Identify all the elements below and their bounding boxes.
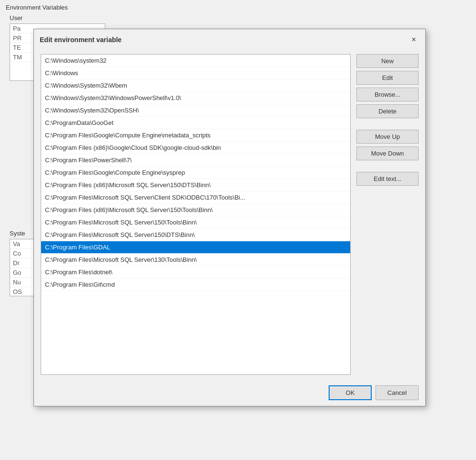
delete-button[interactable]: Delete <box>356 104 419 118</box>
cancel-button[interactable]: Cancel <box>376 385 419 400</box>
path-item[interactable]: C:\Windows\System32\Wbem <box>41 79 350 92</box>
path-item[interactable]: C:\Windows\system32 <box>41 55 350 67</box>
env-variables-title: Environment Variables <box>0 0 476 15</box>
path-item[interactable]: C:\Program Files (x86)\Microsoft SQL Ser… <box>41 204 350 216</box>
path-item[interactable]: C:\Program Files\Microsoft SQL Server\15… <box>41 216 350 229</box>
button-panel: New Edit Browse... Delete Move Up Move D… <box>356 54 419 375</box>
path-item[interactable]: C:\Program Files\Git\cmd <box>41 279 350 291</box>
path-item[interactable]: C:\Program Files\GDAL <box>41 241 350 254</box>
path-item[interactable]: C:\Windows <box>41 67 350 79</box>
path-item[interactable]: C:\Program Files\Microsoft SQL Server\15… <box>41 229 350 241</box>
ok-button[interactable]: OK <box>329 385 372 400</box>
modal-title: Edit environment variable <box>40 36 122 44</box>
path-item[interactable]: C:\Program Files\PowerShell\7\ <box>41 154 350 167</box>
modal-body: C:\Windows\system32C:\WindowsC:\Windows\… <box>34 49 425 381</box>
path-item[interactable]: C:\Program Files\Microsoft SQL Server\13… <box>41 254 350 266</box>
path-item[interactable]: C:\Program Files\Google\Compute Engine\s… <box>41 167 350 179</box>
path-item[interactable]: C:\Program Files (x86)\Google\Cloud SDK\… <box>41 142 350 154</box>
path-item[interactable]: C:\Program Files\Microsoft SQL Server\Cl… <box>41 191 350 204</box>
path-item[interactable]: C:\ProgramData\GooGet <box>41 117 350 129</box>
new-button[interactable]: New <box>356 54 419 68</box>
close-button[interactable]: × <box>408 34 420 45</box>
browse-button[interactable]: Browse... <box>356 88 419 101</box>
move-up-button[interactable]: Move Up <box>356 130 419 144</box>
bg-user-label: User <box>10 14 115 22</box>
path-item[interactable]: C:\Program Files\Google\Compute Engine\m… <box>41 129 350 142</box>
edit-text-button[interactable]: Edit text... <box>356 172 419 186</box>
modal-footer: OK Cancel <box>34 381 425 406</box>
edit-button[interactable]: Edit <box>356 71 419 85</box>
edit-env-variable-dialog: Edit environment variable × C:\Windows\s… <box>33 29 426 406</box>
path-item[interactable]: C:\Windows\System32\OpenSSH\ <box>41 104 350 117</box>
modal-titlebar: Edit environment variable × <box>34 29 425 49</box>
path-list[interactable]: C:\Windows\system32C:\WindowsC:\Windows\… <box>41 54 351 375</box>
path-item[interactable]: C:\Program Files (x86)\Microsoft SQL Ser… <box>41 179 350 191</box>
path-item[interactable]: C:\Windows\System32\WindowsPowerShell\v1… <box>41 92 350 104</box>
move-down-button[interactable]: Move Down <box>356 146 419 160</box>
path-item[interactable]: C:\Program Files\dotnet\ <box>41 266 350 279</box>
